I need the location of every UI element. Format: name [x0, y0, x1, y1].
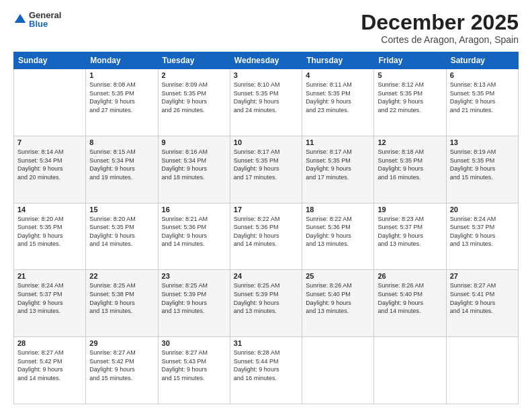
day-number: 10 [234, 138, 298, 146]
calendar-cell: 27Sunrise: 8:27 AM Sunset: 5:41 PM Dayli… [446, 270, 518, 337]
cell-info: Sunrise: 8:15 AM Sunset: 5:34 PM Dayligh… [89, 148, 154, 181]
calendar-week-1: 7Sunrise: 8:14 AM Sunset: 5:34 PM Daylig… [14, 136, 519, 203]
cell-info: Sunrise: 8:26 AM Sunset: 5:40 PM Dayligh… [378, 281, 442, 315]
cell-info: Sunrise: 8:25 AM Sunset: 5:39 PM Dayligh… [162, 281, 226, 315]
day-number: 16 [162, 205, 226, 214]
calendar-cell: 31Sunrise: 8:28 AM Sunset: 5:44 PM Dayli… [230, 337, 302, 404]
cell-info: Sunrise: 8:20 AM Sunset: 5:35 PM Dayligh… [17, 215, 82, 248]
calendar-cell: 7Sunrise: 8:14 AM Sunset: 5:34 PM Daylig… [14, 136, 86, 203]
calendar-cell: 28Sunrise: 8:27 AM Sunset: 5:42 PM Dayli… [14, 337, 86, 404]
calendar-dow-tuesday: Tuesday [158, 52, 230, 69]
cell-info: Sunrise: 8:27 AM Sunset: 5:41 PM Dayligh… [450, 281, 515, 315]
calendar-week-0: 1Sunrise: 8:08 AM Sunset: 5:35 PM Daylig… [14, 69, 519, 136]
calendar-cell: 18Sunrise: 8:22 AM Sunset: 5:36 PM Dayli… [302, 203, 374, 270]
header: General Blue December 2025 Cortes de Ara… [13, 11, 519, 45]
logo: General Blue [13, 11, 61, 28]
logo-icon [13, 13, 27, 26]
calendar-cell: 24Sunrise: 8:25 AM Sunset: 5:39 PM Dayli… [230, 270, 302, 337]
day-number: 1 [89, 71, 154, 79]
calendar-cell: 20Sunrise: 8:24 AM Sunset: 5:37 PM Dayli… [446, 203, 518, 270]
cell-info: Sunrise: 8:17 AM Sunset: 5:35 PM Dayligh… [306, 148, 370, 181]
calendar-week-3: 21Sunrise: 8:24 AM Sunset: 5:37 PM Dayli… [14, 270, 519, 337]
logo-text: General Blue [29, 11, 61, 28]
calendar-cell: 3Sunrise: 8:10 AM Sunset: 5:35 PM Daylig… [230, 69, 302, 136]
cell-info: Sunrise: 8:12 AM Sunset: 5:35 PM Dayligh… [378, 81, 442, 114]
calendar-cell: 23Sunrise: 8:25 AM Sunset: 5:39 PM Dayli… [158, 270, 230, 337]
calendar-cell: 2Sunrise: 8:09 AM Sunset: 5:35 PM Daylig… [158, 69, 230, 136]
day-number: 7 [17, 138, 82, 146]
cell-info: Sunrise: 8:19 AM Sunset: 5:35 PM Dayligh… [450, 148, 515, 181]
calendar-cell: 30Sunrise: 8:27 AM Sunset: 5:43 PM Dayli… [158, 337, 230, 404]
cell-info: Sunrise: 8:20 AM Sunset: 5:35 PM Dayligh… [89, 215, 154, 248]
day-number: 18 [306, 205, 370, 214]
calendar-cell: 26Sunrise: 8:26 AM Sunset: 5:40 PM Dayli… [374, 270, 446, 337]
calendar-cell: 25Sunrise: 8:26 AM Sunset: 5:40 PM Dayli… [302, 270, 374, 337]
svg-marker-0 [15, 14, 26, 23]
cell-info: Sunrise: 8:17 AM Sunset: 5:35 PM Dayligh… [234, 148, 298, 181]
calendar-cell: 14Sunrise: 8:20 AM Sunset: 5:35 PM Dayli… [14, 203, 86, 270]
calendar-cell: 9Sunrise: 8:16 AM Sunset: 5:34 PM Daylig… [158, 136, 230, 203]
calendar-cell: 16Sunrise: 8:21 AM Sunset: 5:36 PM Dayli… [158, 203, 230, 270]
cell-info: Sunrise: 8:10 AM Sunset: 5:35 PM Dayligh… [234, 81, 298, 114]
cell-info: Sunrise: 8:28 AM Sunset: 5:44 PM Dayligh… [234, 349, 298, 382]
cell-info: Sunrise: 8:09 AM Sunset: 5:35 PM Dayligh… [162, 81, 226, 114]
day-number: 8 [89, 138, 154, 146]
day-number: 12 [378, 138, 442, 146]
calendar-dow-thursday: Thursday [302, 52, 374, 69]
calendar-cell [14, 69, 86, 136]
cell-info: Sunrise: 8:21 AM Sunset: 5:36 PM Dayligh… [162, 215, 226, 248]
cell-info: Sunrise: 8:27 AM Sunset: 5:42 PM Dayligh… [17, 349, 82, 382]
calendar-cell [374, 337, 446, 404]
logo-blue-text: Blue [29, 19, 61, 28]
day-number: 19 [378, 205, 442, 214]
calendar-cell: 6Sunrise: 8:13 AM Sunset: 5:35 PM Daylig… [446, 69, 518, 136]
day-number: 17 [234, 205, 298, 214]
day-number: 26 [378, 272, 442, 280]
calendar-table: SundayMondayTuesdayWednesdayThursdayFrid… [13, 52, 519, 404]
calendar-cell: 15Sunrise: 8:20 AM Sunset: 5:35 PM Dayli… [86, 203, 158, 270]
day-number: 15 [89, 205, 154, 214]
day-number: 25 [306, 272, 370, 280]
day-number: 20 [450, 205, 515, 214]
cell-info: Sunrise: 8:16 AM Sunset: 5:34 PM Dayligh… [162, 148, 226, 181]
cell-info: Sunrise: 8:24 AM Sunset: 5:37 PM Dayligh… [450, 215, 515, 248]
calendar-cell: 1Sunrise: 8:08 AM Sunset: 5:35 PM Daylig… [86, 69, 158, 136]
day-number: 31 [234, 339, 298, 347]
calendar-dow-monday: Monday [86, 52, 158, 69]
cell-info: Sunrise: 8:22 AM Sunset: 5:36 PM Dayligh… [234, 215, 298, 248]
cell-info: Sunrise: 8:23 AM Sunset: 5:37 PM Dayligh… [378, 215, 442, 248]
cell-info: Sunrise: 8:13 AM Sunset: 5:35 PM Dayligh… [450, 81, 515, 114]
day-number: 28 [17, 339, 82, 347]
day-number: 30 [162, 339, 226, 347]
cell-info: Sunrise: 8:24 AM Sunset: 5:37 PM Dayligh… [17, 281, 82, 315]
calendar-cell: 29Sunrise: 8:27 AM Sunset: 5:42 PM Dayli… [86, 337, 158, 404]
month-title: December 2025 [361, 11, 519, 34]
day-number: 11 [306, 138, 370, 146]
calendar-dow-sunday: Sunday [14, 52, 86, 69]
day-number: 14 [17, 205, 82, 214]
calendar-cell: 5Sunrise: 8:12 AM Sunset: 5:35 PM Daylig… [374, 69, 446, 136]
day-number: 13 [450, 138, 515, 146]
day-number: 5 [378, 71, 442, 79]
calendar-cell: 13Sunrise: 8:19 AM Sunset: 5:35 PM Dayli… [446, 136, 518, 203]
calendar-dow-saturday: Saturday [446, 52, 518, 69]
cell-info: Sunrise: 8:22 AM Sunset: 5:36 PM Dayligh… [306, 215, 370, 248]
calendar-week-4: 28Sunrise: 8:27 AM Sunset: 5:42 PM Dayli… [14, 337, 519, 404]
cell-info: Sunrise: 8:08 AM Sunset: 5:35 PM Dayligh… [89, 81, 154, 114]
calendar-header-row: SundayMondayTuesdayWednesdayThursdayFrid… [14, 52, 519, 69]
page: General Blue December 2025 Cortes de Ara… [0, 0, 532, 411]
calendar-cell: 17Sunrise: 8:22 AM Sunset: 5:36 PM Dayli… [230, 203, 302, 270]
calendar-cell: 22Sunrise: 8:25 AM Sunset: 5:38 PM Dayli… [86, 270, 158, 337]
calendar-dow-wednesday: Wednesday [230, 52, 302, 69]
cell-info: Sunrise: 8:27 AM Sunset: 5:42 PM Dayligh… [89, 349, 154, 382]
day-number: 27 [450, 272, 515, 280]
calendar-cell: 19Sunrise: 8:23 AM Sunset: 5:37 PM Dayli… [374, 203, 446, 270]
calendar-cell: 12Sunrise: 8:18 AM Sunset: 5:35 PM Dayli… [374, 136, 446, 203]
day-number: 9 [162, 138, 226, 146]
day-number: 6 [450, 71, 515, 79]
cell-info: Sunrise: 8:11 AM Sunset: 5:35 PM Dayligh… [306, 81, 370, 114]
day-number: 24 [234, 272, 298, 280]
day-number: 23 [162, 272, 226, 280]
calendar-cell [302, 337, 374, 404]
day-number: 29 [89, 339, 154, 347]
